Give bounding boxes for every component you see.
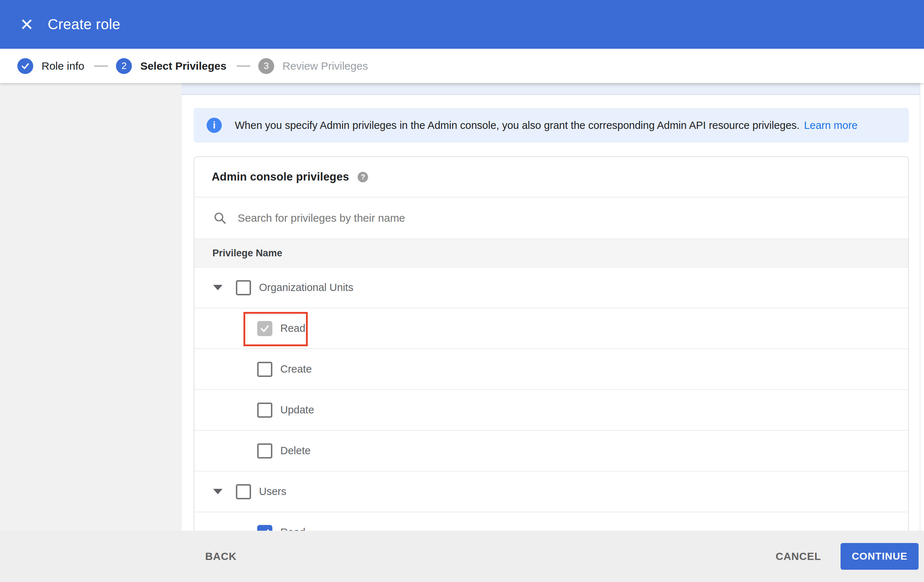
collapse-arrow-icon[interactable] bbox=[213, 285, 223, 290]
card-title: Admin console privileges bbox=[212, 170, 349, 183]
page-title: Create role bbox=[48, 16, 120, 33]
privilege-label: Users bbox=[259, 486, 286, 498]
privilege-row-child: Delete bbox=[194, 431, 908, 472]
step-label: Review Privileges bbox=[282, 60, 368, 72]
cancel-button[interactable]: CANCEL bbox=[776, 551, 821, 562]
banner-message: When you specify Admin privileges in the… bbox=[235, 119, 800, 131]
privilege-name-header: Privilege Name bbox=[213, 248, 282, 259]
step-role-info[interactable]: Role info bbox=[17, 58, 84, 74]
step-select-privileges[interactable]: 2 Select Privileges bbox=[116, 58, 226, 74]
scrolled-section-edge bbox=[182, 83, 920, 95]
privileges-card: Admin console privileges ? Privilege Nam… bbox=[194, 156, 909, 531]
checkbox-unchecked[interactable] bbox=[236, 280, 251, 295]
step-label: Role info bbox=[41, 60, 84, 72]
checkbox-checked-disabled[interactable] bbox=[257, 321, 272, 336]
privilege-search-input[interactable] bbox=[238, 212, 743, 224]
checkbox-unchecked[interactable] bbox=[257, 444, 272, 458]
step-complete-check-icon bbox=[17, 58, 33, 74]
scroll-content[interactable]: i When you specify Admin privileges in t… bbox=[182, 83, 924, 531]
privilege-row-child: Read bbox=[194, 512, 908, 531]
privilege-row-child: Read bbox=[194, 308, 908, 349]
learn-more-link[interactable]: Learn more bbox=[804, 119, 858, 131]
privilege-label: Organizational Units bbox=[259, 282, 353, 293]
collapse-arrow-icon[interactable] bbox=[213, 489, 223, 494]
step-connector bbox=[237, 65, 250, 67]
privilege-row-group: Users bbox=[194, 472, 908, 512]
step-number-badge: 2 bbox=[116, 58, 132, 74]
privilege-row-group: Organizational Units bbox=[194, 267, 908, 308]
step-connector bbox=[94, 65, 108, 67]
privilege-label: Update bbox=[280, 404, 314, 416]
checkbox-unchecked[interactable] bbox=[257, 402, 272, 418]
info-banner: i When you specify Admin privileges in t… bbox=[194, 108, 909, 143]
privilege-label: Read bbox=[280, 526, 305, 531]
privilege-label: Create bbox=[280, 363, 312, 375]
step-label: Select Privileges bbox=[140, 60, 226, 72]
scroll-track bbox=[920, 83, 921, 531]
privilege-row-child: Create bbox=[194, 349, 908, 390]
wizard-stepper: Role info 2 Select Privileges 3 Review P… bbox=[0, 49, 924, 83]
app-header: ✕ Create role bbox=[0, 0, 924, 49]
left-gutter bbox=[0, 83, 182, 531]
footer-action-bar: BACK CANCEL CONTINUE bbox=[0, 531, 924, 582]
privilege-row-child: Update bbox=[194, 390, 908, 431]
continue-button[interactable]: CONTINUE bbox=[841, 543, 919, 570]
close-icon[interactable]: ✕ bbox=[16, 15, 37, 35]
search-icon bbox=[213, 211, 227, 225]
step-review-privileges[interactable]: 3 Review Privileges bbox=[258, 58, 368, 74]
info-icon: i bbox=[206, 118, 222, 133]
step-number-badge: 3 bbox=[258, 58, 274, 74]
banner-text: When you specify Admin privileges in the… bbox=[235, 119, 858, 132]
card-header: Admin console privileges ? bbox=[194, 157, 908, 198]
help-icon[interactable]: ? bbox=[358, 172, 368, 182]
main-region: i When you specify Admin privileges in t… bbox=[0, 83, 924, 531]
privilege-label: Read bbox=[280, 322, 305, 334]
privilege-label: Delete bbox=[280, 445, 311, 457]
checkbox-unchecked[interactable] bbox=[236, 484, 251, 499]
table-column-header: Privilege Name bbox=[194, 239, 908, 267]
checkbox-checked[interactable] bbox=[257, 525, 272, 531]
checkbox-unchecked[interactable] bbox=[257, 362, 272, 377]
privilege-search-row bbox=[194, 198, 908, 239]
back-button[interactable]: BACK bbox=[205, 551, 237, 562]
